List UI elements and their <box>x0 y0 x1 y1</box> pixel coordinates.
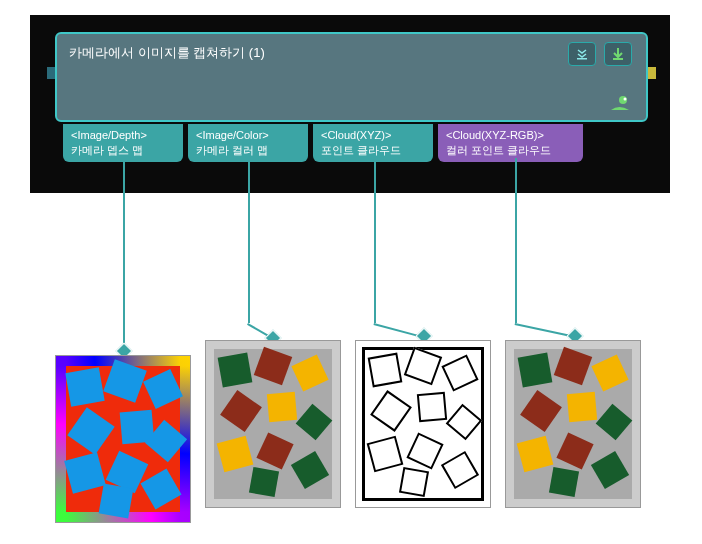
connector-cloudrgb <box>515 158 517 323</box>
preview-depth-map <box>55 355 191 523</box>
output-tabs-row: <Image/Depth> 카메라 뎁스 맵 <Image/Color> 카메라… <box>63 124 583 162</box>
tab-label: 컬러 포인트 클라우드 <box>446 143 575 158</box>
svg-point-3 <box>624 98 627 101</box>
svg-rect-1 <box>613 58 623 60</box>
chevron-double-down-icon <box>575 47 589 61</box>
tab-type: <Image/Depth> <box>71 128 175 143</box>
output-tab-depth[interactable]: <Image/Depth> 카메라 뎁스 맵 <box>63 124 183 162</box>
output-tab-color[interactable]: <Image/Color> 카메라 컬러 맵 <box>188 124 308 162</box>
output-tab-cloud[interactable]: <Cloud(XYZ)> 포인트 클라우드 <box>313 124 433 162</box>
tab-type: <Image/Color> <box>196 128 300 143</box>
capture-image-node[interactable]: 카메라에서 이미지를 캡쳐하기 (1) <box>55 32 648 122</box>
tab-label: 카메라 뎁스 맵 <box>71 143 175 158</box>
arrow-down-icon <box>612 47 624 61</box>
connector-cloud <box>374 158 376 323</box>
preview-color-point-cloud <box>505 340 641 508</box>
collapse-button[interactable] <box>568 42 596 66</box>
tab-label: 포인트 클라우드 <box>321 143 425 158</box>
visualize-button[interactable] <box>606 94 632 112</box>
connector-cloudrgb-diag <box>515 323 574 337</box>
svg-rect-0 <box>577 58 587 60</box>
tab-type: <Cloud(XYZ-RGB)> <box>446 128 575 143</box>
preview-point-cloud <box>355 340 491 508</box>
eye-person-icon <box>607 94 631 112</box>
output-tab-cloud-rgb[interactable]: <Cloud(XYZ-RGB)> 컬러 포인트 클라우드 <box>438 124 583 162</box>
tab-type: <Cloud(XYZ)> <box>321 128 425 143</box>
node-title: 카메라에서 이미지를 캡쳐하기 (1) <box>69 44 634 62</box>
connector-depth <box>123 158 125 350</box>
preview-color-map <box>205 340 341 508</box>
tab-label: 카메라 컬러 맵 <box>196 143 300 158</box>
connector-color <box>248 158 250 323</box>
run-button[interactable] <box>604 42 632 66</box>
